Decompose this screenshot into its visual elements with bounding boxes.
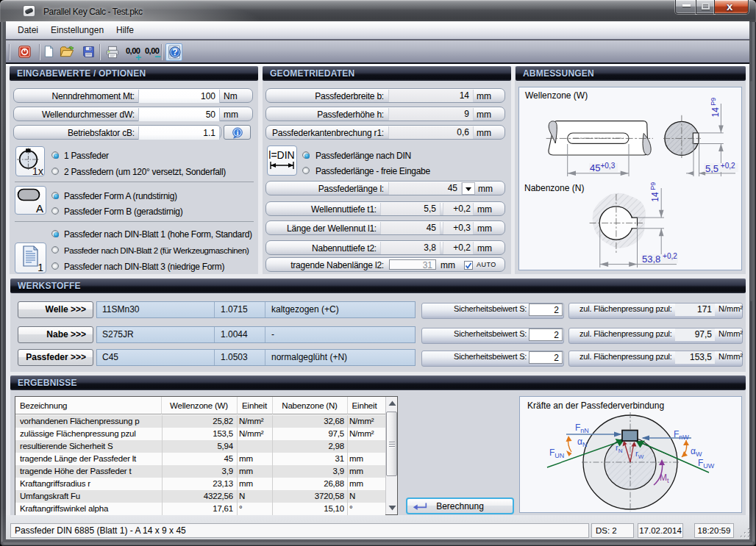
svg-text:FnW: FnW: [674, 429, 689, 441]
svg-text:FnN: FnN: [575, 423, 589, 434]
svg-text:l=DIN: l=DIN: [268, 149, 294, 161]
svg-text:FUW: FUW: [698, 458, 715, 470]
svg-text:αN: αN: [577, 437, 587, 448]
svg-text:FUN: FUN: [549, 448, 564, 459]
svg-text:?: ?: [172, 47, 177, 57]
svg-text:14 P9: 14 P9: [710, 98, 721, 118]
svg-text:Nabenzone (N): Nabenzone (N): [524, 183, 584, 193]
svg-text:αW: αW: [691, 446, 702, 458]
svg-text:Kräfte an der Passfederverbind: Kräfte an der Passfederverbindung: [527, 400, 664, 411]
svg-text:14 P9: 14 P9: [649, 182, 660, 202]
svg-text:A: A: [36, 202, 43, 214]
svg-text:i: i: [237, 129, 239, 137]
svg-text:1x: 1x: [32, 165, 44, 176]
svg-text:1: 1: [38, 262, 43, 273]
svg-text:Wellenzone (W): Wellenzone (W): [525, 90, 588, 101]
